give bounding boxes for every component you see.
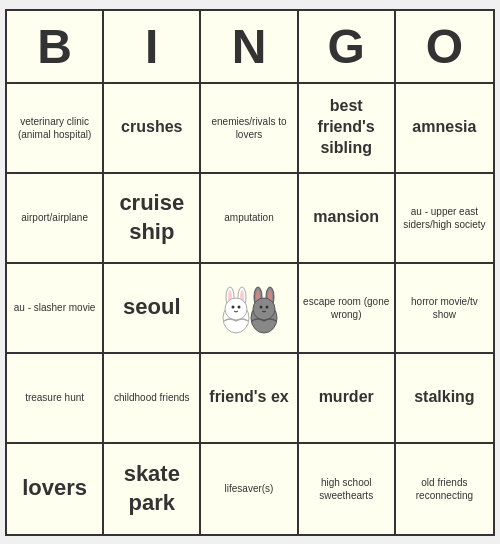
cell-7[interactable]: amputation [201, 174, 298, 264]
cell-13[interactable]: escape room (gone wrong) [299, 264, 396, 354]
svg-point-15 [265, 305, 268, 308]
cell-6[interactable]: cruise ship [104, 174, 201, 264]
cell-19[interactable]: stalking [396, 354, 493, 444]
letter-n: N [201, 11, 298, 82]
cell-8[interactable]: mansion [299, 174, 396, 264]
cell-22[interactable]: lifesaver(s) [201, 444, 298, 534]
letter-o: O [396, 11, 493, 82]
letter-b: B [7, 11, 104, 82]
cell-15[interactable]: treasure hunt [7, 354, 104, 444]
cell-11[interactable]: seoul [104, 264, 201, 354]
svg-point-5 [225, 298, 247, 320]
cell-3[interactable]: best friend's sibling [299, 84, 396, 174]
svg-point-7 [237, 305, 240, 308]
cell-9[interactable]: au - upper east siders/high society [396, 174, 493, 264]
cell-20[interactable]: lovers [7, 444, 104, 534]
cell-10[interactable]: au - slasher movie [7, 264, 104, 354]
bingo-header: B I N G O [7, 11, 493, 84]
svg-point-14 [259, 305, 262, 308]
cell-18[interactable]: murder [299, 354, 396, 444]
svg-point-6 [231, 305, 234, 308]
cell-0[interactable]: veterinary clinic (animal hospital) [7, 84, 104, 174]
letter-i: I [104, 11, 201, 82]
cell-2[interactable]: enemies/rivals to lovers [201, 84, 298, 174]
cell-16[interactable]: childhood friends [104, 354, 201, 444]
cell-4[interactable]: amnesia [396, 84, 493, 174]
cell-24[interactable]: old friends reconnecting [396, 444, 493, 534]
bingo-grid: veterinary clinic (animal hospital) crus… [7, 84, 493, 534]
cell-12-bunny[interactable] [201, 264, 298, 354]
letter-g: G [299, 11, 396, 82]
cell-17[interactable]: friend's ex [201, 354, 298, 444]
svg-point-13 [253, 298, 275, 320]
cell-14[interactable]: horror movie/tv show [396, 264, 493, 354]
cell-1[interactable]: crushes [104, 84, 201, 174]
cell-23[interactable]: high school sweethearts [299, 444, 396, 534]
cell-21[interactable]: skate park [104, 444, 201, 534]
cell-5[interactable]: airport/airplane [7, 174, 104, 264]
bingo-card: B I N G O veterinary clinic (animal hosp… [5, 9, 495, 536]
bunny-icon [214, 273, 284, 343]
